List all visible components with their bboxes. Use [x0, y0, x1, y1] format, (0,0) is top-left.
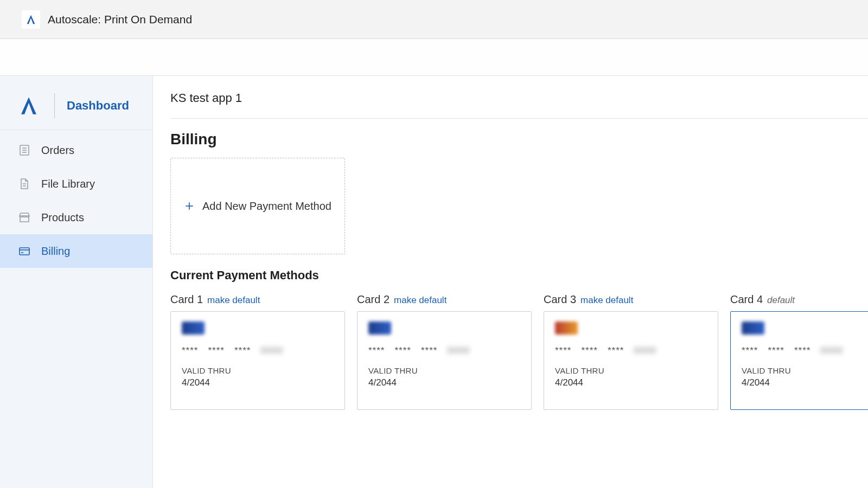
sidebar-item-label: Dashboard: [67, 99, 129, 113]
divider: [170, 118, 868, 119]
valid-thru-label: VALID THRU: [555, 366, 707, 375]
make-default-link[interactable]: make default: [207, 295, 260, 306]
autoscale-logo-icon: [17, 94, 40, 117]
valid-thru-value: 4/2044: [555, 377, 707, 388]
valid-thru-value: 4/2044: [742, 377, 868, 388]
payment-card: Card 3 make default **** **** **** 0000 …: [544, 293, 718, 410]
card-label: Card 4: [730, 293, 763, 306]
card-number: **** **** **** 0000: [182, 345, 334, 356]
card-brand-icon: [742, 322, 764, 335]
make-default-link[interactable]: make default: [394, 295, 446, 306]
app-logo: [22, 10, 40, 29]
default-tag: default: [767, 295, 795, 306]
payment-card: Card 2 make default **** **** **** 0000 …: [357, 293, 532, 410]
card-number: **** **** **** 0000: [555, 345, 707, 356]
card-box[interactable]: **** **** **** 0000 VALID THRU 4/2044: [544, 311, 718, 410]
valid-thru-label: VALID THRU: [368, 366, 520, 375]
card-number: **** **** **** 0000: [742, 345, 868, 356]
make-default-link[interactable]: make default: [580, 295, 633, 306]
sidebar-item-orders[interactable]: Orders: [0, 133, 152, 167]
add-payment-method-button[interactable]: Add New Payment Method: [170, 158, 345, 254]
credit-card-icon: [18, 245, 31, 258]
add-payment-label: Add New Payment Method: [202, 200, 331, 213]
sidebar-item-dashboard[interactable]: Dashboard: [0, 81, 152, 130]
sidebar: Dashboard Orders: [0, 76, 153, 488]
secondary-bar: [0, 39, 868, 76]
billing-heading: Billing: [170, 131, 868, 148]
card-label: Card 1: [170, 293, 203, 306]
list-icon: [18, 144, 31, 157]
sidebar-item-billing[interactable]: Billing: [0, 234, 152, 268]
card-box[interactable]: **** **** **** 0000 VALID THRU 4/2044: [357, 311, 532, 410]
card-box[interactable]: **** **** **** 0000 VALID THRU 4/2044: [730, 311, 868, 410]
sidebar-item-label: Products: [41, 211, 84, 224]
valid-thru-label: VALID THRU: [742, 366, 868, 375]
valid-thru-value: 4/2044: [368, 377, 520, 388]
main-content: KS test app 1 Billing Add New Payment Me…: [153, 76, 868, 488]
sidebar-item-file-library[interactable]: File Library: [0, 167, 152, 201]
topbar-title: Autoscale: Print On Demand: [48, 13, 192, 26]
sidebar-item-products[interactable]: Products: [0, 201, 152, 234]
card-brand-icon: [368, 322, 391, 335]
topbar: Autoscale: Print On Demand: [0, 0, 868, 39]
divider: [54, 93, 55, 118]
card-label: Card 2: [357, 293, 390, 306]
autoscale-logo-icon: [25, 14, 37, 25]
sidebar-item-label: Billing: [41, 245, 70, 258]
card-label: Card 3: [544, 293, 576, 306]
svg-rect-6: [20, 248, 29, 255]
payment-card: Card 1 make default **** **** **** 0000 …: [170, 293, 345, 410]
valid-thru-value: 4/2044: [182, 377, 334, 388]
card-brand-icon: [555, 322, 578, 335]
payment-card: Card 4 default **** **** **** 0000 VALID…: [730, 293, 868, 410]
storefront-icon: [18, 211, 31, 224]
card-box[interactable]: **** **** **** 0000 VALID THRU 4/2044: [170, 311, 345, 410]
valid-thru-label: VALID THRU: [182, 366, 334, 375]
card-number: **** **** **** 0000: [368, 345, 520, 356]
payment-cards-row: Card 1 make default **** **** **** 0000 …: [170, 293, 868, 410]
app-title: KS test app 1: [170, 91, 868, 105]
plus-icon: [184, 201, 195, 211]
sidebar-item-label: File Library: [41, 178, 95, 190]
sidebar-item-label: Orders: [41, 144, 74, 157]
file-icon: [18, 177, 31, 190]
current-methods-heading: Current Payment Methods: [170, 268, 868, 282]
card-brand-icon: [182, 322, 205, 335]
